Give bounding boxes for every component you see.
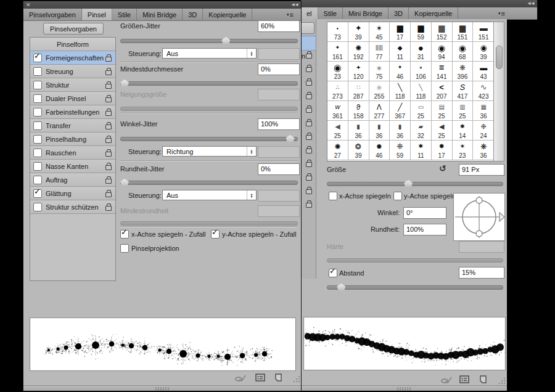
grid-scrollbar[interactable] (493, 22, 504, 161)
new-brush-icon[interactable] (477, 375, 490, 385)
sidebar-item-transfer[interactable]: Transfer (30, 119, 115, 133)
slider-track[interactable] (120, 137, 298, 141)
sidebar-item-rauschen[interactable]: Rauschen (30, 146, 115, 160)
control3-dropdown[interactable]: Aus ▲▼ (162, 190, 257, 200)
lock-icon[interactable] (105, 95, 112, 102)
roundness-jitter-slider[interactable] (120, 179, 298, 186)
brush-tip-cell[interactable]: ◉94 (432, 42, 453, 62)
slider-thumb[interactable] (337, 284, 345, 290)
item-checkbox[interactable] (33, 135, 42, 144)
slider-track[interactable] (327, 285, 503, 290)
brush-tip-cell[interactable]: ✦161 (327, 42, 348, 62)
item-checkbox[interactable] (33, 162, 42, 171)
brush-tip-cell[interactable]: ▭25 (411, 101, 432, 121)
spacing-slider[interactable] (327, 284, 503, 291)
brush-tip-cell[interactable]: ●75 (369, 62, 390, 81)
panel-menu-icon[interactable]: ▾ ≡ (498, 8, 505, 18)
slider-thumb[interactable] (120, 179, 129, 186)
tab-3d[interactable]: 3D (388, 7, 409, 19)
size-jitter-field[interactable]: 60% (258, 20, 300, 32)
brush-tip-cell[interactable]: ▦36 (473, 101, 494, 121)
sidebar-item-gl-ttung[interactable]: ✓Glättung (30, 187, 115, 200)
tilt-scale-slider[interactable] (120, 105, 298, 112)
brush-tip-cell[interactable]: ▰32 (411, 121, 432, 141)
min-diameter-slider[interactable] (120, 80, 298, 87)
brush-tip-cell[interactable]: ❋36 (473, 141, 494, 160)
brush-tip-cell[interactable]: <207 (432, 81, 453, 101)
item-checkbox[interactable]: ✓ (33, 54, 42, 62)
item-checkbox[interactable]: ✓ (33, 189, 42, 198)
close-icon[interactable]: ✕ (26, 2, 31, 8)
slider-track[interactable] (327, 258, 503, 263)
brush-tip-cell[interactable]: ◉68 (453, 42, 474, 62)
lock-icon[interactable] (306, 187, 313, 194)
sidebar-item-struktur[interactable]: Struktur (30, 78, 115, 92)
roundness-field[interactable]: 100% (403, 224, 446, 235)
item-checkbox[interactable] (33, 94, 42, 103)
selected-row-fragment[interactable] (301, 36, 316, 51)
brush-tip-cell[interactable]: ∴273 (327, 81, 348, 101)
tab-pinselvorgaben[interactable]: Pinselvorgaben (23, 9, 82, 20)
preset-manager-icon[interactable] (255, 373, 267, 383)
tab-mini-bridge[interactable]: Mini Bridge (343, 7, 388, 19)
preset-manager-icon[interactable] (459, 375, 471, 385)
size-jitter-slider[interactable] (120, 37, 298, 44)
brush-tip-cell[interactable]: ❋396 (453, 62, 474, 81)
brush-tip-cell[interactable]: ✦39 (348, 22, 369, 42)
slider-thumb[interactable] (221, 37, 230, 44)
brush-tip-cell[interactable]: ▬151 (473, 22, 494, 42)
lock-icon[interactable] (306, 105, 313, 113)
angle-jitter-slider[interactable] (120, 135, 298, 142)
brush-tip-cell[interactable]: ✱11 (411, 141, 432, 160)
brush-tip-cell[interactable]: ▮36 (369, 121, 390, 141)
angle-jitter-field[interactable]: 100% (258, 118, 300, 130)
sidebar-item-formeigenschaften[interactable]: ✓Formeigenschaften (30, 51, 115, 65)
flip-y-checkbox[interactable] (393, 192, 402, 200)
sidebar-item-nasse-kanten[interactable]: Nasse Kanten (30, 160, 115, 173)
lock-icon[interactable] (105, 203, 112, 211)
brush-tip-cell[interactable]: ▬43 (473, 62, 494, 81)
slider-thumb[interactable] (286, 135, 295, 142)
brush-tip-cell[interactable]: ✱14 (453, 121, 474, 141)
tab-kopierquelle[interactable]: Kopierquelle (409, 7, 458, 19)
brush-tip-cell[interactable]: ▆17 (390, 22, 411, 42)
lock-icon[interactable] (105, 54, 112, 62)
brush-tip-cell[interactable]: ▆152 (432, 22, 453, 42)
control2-dropdown[interactable]: Richtung ▲▼ (162, 146, 257, 157)
tab-el[interactable]: el (301, 7, 318, 19)
brush-tip-cell[interactable]: |||||77 (369, 42, 390, 62)
item-checkbox[interactable] (33, 108, 42, 116)
brush-tip-cell[interactable]: ╲118 (390, 81, 411, 101)
brush-tip-cell[interactable]: ◉39 (473, 42, 494, 62)
item-checkbox[interactable] (33, 121, 42, 130)
sidebar-header-pinselform[interactable]: Pinselform (30, 38, 115, 51)
control1-dropdown[interactable]: Aus ▲▼ (162, 48, 257, 59)
slider-track[interactable] (120, 81, 298, 86)
right-titlebar[interactable]: ◄◄ (301, 0, 537, 7)
brush-tip-cell[interactable]: ✹46 (369, 141, 390, 160)
roundness-jitter-field[interactable]: 0% (258, 163, 300, 175)
lock-icon[interactable] (306, 51, 313, 59)
brush-tip-cell[interactable]: ╲118 (411, 81, 432, 101)
item-checkbox[interactable] (33, 176, 42, 184)
brush-tip-cell[interactable]: ◀25 (432, 121, 453, 141)
brush-tip-cell[interactable]: ●31 (411, 42, 432, 62)
collapse-icon[interactable]: ◄◄ (290, 2, 298, 8)
brush-tip-cell[interactable]: ╱367 (390, 101, 411, 121)
flip-y-zufall-checkbox[interactable] (211, 230, 220, 239)
item-checkbox[interactable] (33, 81, 42, 89)
lock-icon[interactable] (105, 81, 112, 89)
lock-icon[interactable] (105, 136, 112, 143)
sidebar-item-dualer-pinsel[interactable]: Dualer Pinsel (30, 92, 115, 105)
angle-field[interactable]: 0° (403, 207, 446, 219)
brush-tip-cell[interactable]: ✦46 (390, 62, 411, 81)
new-brush-icon[interactable] (273, 373, 285, 383)
slider-track[interactable] (120, 39, 298, 43)
brush-tip-cell[interactable]: ✺192 (348, 42, 369, 62)
brush-tip-cell[interactable]: ∷287 (348, 81, 369, 101)
collapse-icon[interactable]: ◄◄ (527, 1, 534, 7)
slider-thumb[interactable] (404, 180, 413, 187)
lock-icon[interactable] (306, 160, 313, 167)
angle-roundness-control[interactable] (453, 193, 505, 241)
lock-icon[interactable] (105, 122, 112, 129)
